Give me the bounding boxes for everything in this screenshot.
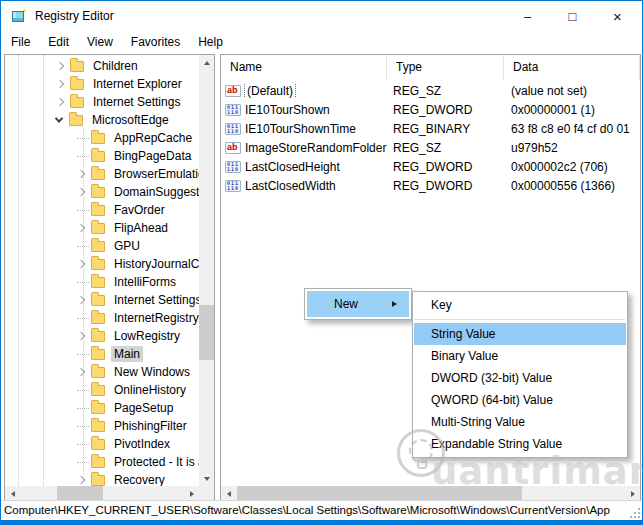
- binary-value-icon: [225, 180, 241, 192]
- menu-help[interactable]: Help: [189, 32, 232, 52]
- column-header-name[interactable]: Name: [221, 55, 387, 80]
- scrollbar-thumb[interactable]: [57, 486, 103, 501]
- chevron-right-icon[interactable]: [77, 188, 85, 196]
- binary-value-icon: [225, 161, 241, 173]
- chevron-right-icon[interactable]: [77, 260, 85, 268]
- chevron-right-icon[interactable]: [77, 224, 85, 232]
- folder-icon: [91, 277, 105, 288]
- chevron-right-icon[interactable]: [56, 98, 64, 106]
- registry-value-row[interactable]: (Default)REG_SZ(value not set): [221, 81, 640, 100]
- registry-value-row[interactable]: IE10TourShownTimeREG_BINARY63 f8 c8 e0 f…: [221, 119, 640, 138]
- tree-connector: [77, 282, 89, 283]
- tree-item-main[interactable]: Main: [5, 345, 199, 363]
- tree-item-label: AppRepCache: [111, 130, 195, 146]
- menu-edit[interactable]: Edit: [39, 32, 78, 52]
- submenu-item-dword-32-bit-value[interactable]: DWORD (32-bit) Value: [414, 367, 626, 389]
- folder-icon: [91, 187, 105, 198]
- folder-icon: [91, 439, 105, 450]
- menu-favorites[interactable]: Favorites: [122, 32, 189, 52]
- tree-item-label: New Windows: [111, 364, 193, 380]
- close-button[interactable]: ×: [595, 2, 640, 30]
- column-header-data[interactable]: Data: [504, 55, 640, 80]
- context-menu: New: [304, 288, 412, 320]
- registry-value-row[interactable]: ImageStoreRandomFolderREG_SZu979h52: [221, 138, 640, 157]
- scroll-up-button[interactable]: [199, 55, 214, 70]
- tree-item-recovery[interactable]: Recovery: [5, 471, 199, 486]
- tree-item-historyjournalce[interactable]: HistoryJournalCe: [5, 255, 199, 273]
- tree-connector: [77, 138, 89, 139]
- tree-item-label: Protected - It is a: [111, 454, 199, 470]
- scroll-left-button[interactable]: [221, 486, 236, 501]
- tree-item-apprepcache[interactable]: AppRepCache: [5, 129, 199, 147]
- chevron-right-icon[interactable]: [77, 368, 85, 376]
- chevron-right-icon[interactable]: [56, 62, 64, 70]
- value-name: (Default): [245, 84, 295, 98]
- folder-icon: [91, 205, 105, 216]
- tree-vertical-scrollbar[interactable]: [199, 55, 214, 486]
- tree-item-protected-it-is-a[interactable]: Protected - It is a: [5, 453, 199, 471]
- submenu-item-multi-string-value[interactable]: Multi-String Value: [414, 411, 626, 433]
- tree-item-lowregistry[interactable]: LowRegistry: [5, 327, 199, 345]
- scrollbar-thumb[interactable]: [199, 305, 214, 360]
- tree-item-children[interactable]: Children: [5, 57, 199, 75]
- new-submenu: KeyString ValueBinary ValueDWORD (32-bit…: [412, 291, 628, 458]
- chevron-right-icon[interactable]: [77, 296, 85, 304]
- submenu-item-key[interactable]: Key: [414, 294, 626, 316]
- tree-item-bingpagedata[interactable]: BingPageData: [5, 147, 199, 165]
- menu-separator: [415, 319, 625, 320]
- chevron-right-icon[interactable]: [56, 80, 64, 88]
- tree-item-favorder[interactable]: FavOrder: [5, 201, 199, 219]
- value-name-cell: IE10TourShown: [221, 103, 387, 117]
- maximize-button[interactable]: □: [550, 2, 595, 30]
- tree-item-domainsuggesti[interactable]: DomainSuggesti: [5, 183, 199, 201]
- folder-icon: [70, 97, 84, 108]
- chevron-right-icon[interactable]: [77, 332, 85, 340]
- column-header-type[interactable]: Type: [387, 55, 504, 80]
- value-type: REG_SZ: [387, 84, 504, 98]
- string-value-icon: [225, 85, 241, 97]
- tree-item-microsoftedge[interactable]: MicrosoftEdge: [5, 111, 199, 129]
- chevron-right-icon[interactable]: [77, 476, 85, 484]
- menu-bar: FileEditViewFavoritesHelp: [1, 31, 642, 53]
- tree-item-internetregistry[interactable]: InternetRegistry: [5, 309, 199, 327]
- tree-connector: [77, 444, 89, 445]
- tree-item-gpu[interactable]: GPU: [5, 237, 199, 255]
- context-menu-item-new[interactable]: New: [307, 291, 409, 317]
- value-name: IE10TourShownTime: [245, 122, 356, 136]
- chevron-down-icon[interactable]: [55, 114, 63, 122]
- tree-item-phishingfilter[interactable]: PhishingFilter: [5, 417, 199, 435]
- tree-item-pivotindex[interactable]: PivotIndex: [5, 435, 199, 453]
- registry-value-row[interactable]: LastClosedWidthREG_DWORD0x00000556 (1366…: [221, 176, 640, 195]
- registry-value-row[interactable]: IE10TourShownREG_DWORD0x00000001 (1): [221, 100, 640, 119]
- value-name-cell: LastClosedWidth: [221, 179, 387, 193]
- scroll-left-button[interactable]: [5, 486, 20, 501]
- submenu-item-string-value[interactable]: String Value: [414, 323, 626, 345]
- tree-item-onlinehistory[interactable]: OnlineHistory: [5, 381, 199, 399]
- value-type: REG_BINARY: [387, 122, 504, 136]
- title-bar[interactable]: Registry Editor – □ ×: [1, 1, 642, 31]
- scroll-down-button[interactable]: [199, 471, 214, 486]
- registry-value-row[interactable]: LastClosedHeightREG_DWORD0x000002c2 (706…: [221, 157, 640, 176]
- tree-connector: [77, 426, 89, 427]
- menu-view[interactable]: View: [78, 32, 122, 52]
- tree-item-label: MicrosoftEdge: [89, 112, 172, 128]
- registry-tree: ChildrenInternet ExplorerInternet Settin…: [5, 55, 199, 486]
- tree-item-internet-settings[interactable]: Internet Settings: [5, 291, 199, 309]
- submenu-item-qword-64-bit-value[interactable]: QWORD (64-bit) Value: [414, 389, 626, 411]
- tree-horizontal-scrollbar[interactable]: [5, 486, 199, 501]
- tree-item-flipahead[interactable]: FlipAhead: [5, 219, 199, 237]
- tree-item-pagesetup[interactable]: PageSetup: [5, 399, 199, 417]
- folder-icon: [91, 259, 105, 270]
- resize-grip[interactable]: [630, 508, 640, 518]
- tree-item-browseremulatio[interactable]: BrowserEmulatio: [5, 165, 199, 183]
- submenu-item-binary-value[interactable]: Binary Value: [414, 345, 626, 367]
- menu-file[interactable]: File: [2, 32, 39, 52]
- tree-item-intelliforms[interactable]: IntelliForms: [5, 273, 199, 291]
- folder-icon: [91, 367, 105, 378]
- tree-item-internet-settings[interactable]: Internet Settings: [5, 93, 199, 111]
- minimize-button[interactable]: –: [505, 2, 550, 30]
- tree-item-internet-explorer[interactable]: Internet Explorer: [5, 75, 199, 93]
- scroll-right-button[interactable]: [184, 486, 199, 501]
- tree-item-new-windows[interactable]: New Windows: [5, 363, 199, 381]
- chevron-right-icon[interactable]: [77, 170, 85, 178]
